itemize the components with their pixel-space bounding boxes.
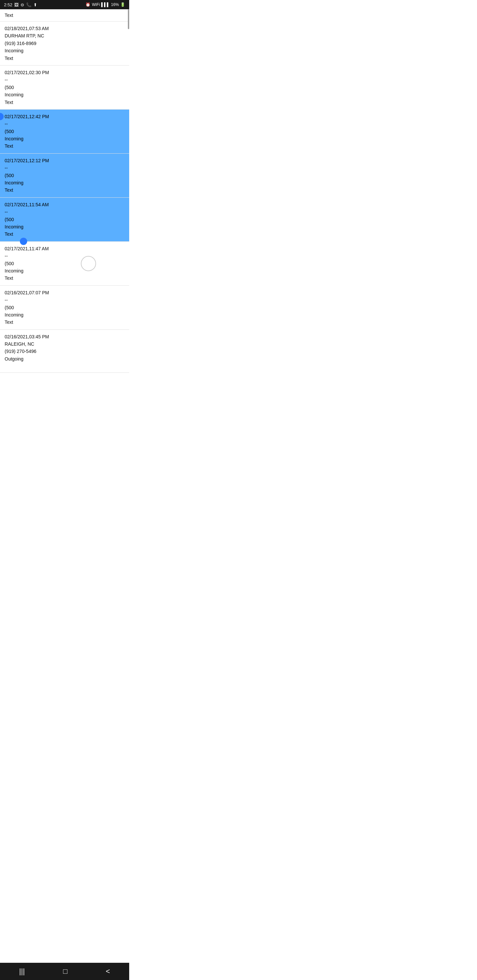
direction-label: Incoming [5, 135, 124, 142]
direction-label: Outgoing [5, 355, 124, 363]
battery-display: 16% [111, 2, 119, 7]
list-item[interactable]: Text [0, 9, 129, 22]
phone-label: (500 [5, 128, 124, 135]
type-label: Text [5, 55, 124, 62]
location-label: DURHAM RTP, NC [5, 32, 124, 40]
direction-label: Incoming [5, 223, 124, 231]
location-label: -- [5, 76, 124, 83]
list-item[interactable]: 02/17/2021,12:42 PM -- (500 Incoming Tex… [0, 110, 129, 154]
time-display: 2:52 [4, 2, 12, 7]
direction-label: Incoming [5, 47, 124, 54]
type-label: Text [5, 186, 124, 194]
direction-label: Incoming [5, 267, 124, 274]
type-label: Text [5, 142, 124, 150]
location-label: RALEIGH, NC [5, 340, 124, 348]
type-label: Text [5, 274, 124, 282]
phone-label: (500 [5, 216, 124, 223]
photo-icon: 🖼 [14, 2, 19, 7]
datetime-label: 02/17/2021,12:12 PM [5, 157, 124, 164]
datetime-label: 02/17/2021,11:54 AM [5, 201, 124, 208]
call-log-list: Text 02/18/2021,07:53 AM DURHAM RTP, NC … [0, 9, 129, 393]
list-item[interactable]: 02/17/2021,12:12 PM -- (500 Incoming Tex… [0, 154, 129, 198]
list-item[interactable]: 02/17/2021,11:47 AM -- (500 Incoming Tex… [0, 242, 129, 286]
circle-outline-indicator [81, 256, 96, 271]
status-bar: 2:52 🖼 ⊖ 📞 ⬆ ⏰ WiFi ▌▌▌ 16% 🔋 [0, 0, 129, 9]
status-left: 2:52 🖼 ⊖ 📞 ⬆ [4, 2, 37, 7]
datetime-label: 02/18/2021,07:53 AM [5, 25, 124, 32]
direction-label: Incoming [5, 91, 124, 98]
phone-label: (919) 316-8969 [5, 40, 124, 47]
phone-label: (500 [5, 304, 124, 311]
list-item[interactable]: 02/17/2021,11:54 AM -- (500 Incoming Tex… [0, 198, 129, 242]
location-label: -- [5, 252, 124, 259]
type-label: Text [5, 231, 124, 238]
direction-label: Incoming [5, 179, 124, 186]
list-item[interactable]: 02/18/2021,07:53 AM DURHAM RTP, NC (919)… [0, 22, 129, 65]
datetime-label: 02/17/2021,02:30 PM [5, 69, 124, 76]
list-item[interactable]: 02/16/2021,03:45 PM RALEIGH, NC (919) 27… [0, 330, 129, 373]
phone-label: (500 [5, 84, 124, 91]
phone-icon: 📞 [26, 2, 32, 7]
list-item[interactable]: 02/16/2021,07:07 PM -- (500 Incoming Tex… [0, 286, 129, 330]
datetime-label: 02/17/2021,12:42 PM [5, 113, 124, 120]
blue-dot-indicator [0, 113, 4, 120]
phone-label: (919) 270-5496 [5, 348, 124, 355]
battery-icon: 🔋 [120, 2, 125, 7]
location-label: -- [5, 164, 124, 172]
location-label: -- [5, 208, 124, 216]
type-label: Text [5, 13, 13, 18]
location-label: -- [5, 296, 124, 304]
minus-icon: ⊖ [21, 2, 24, 7]
datetime-label: 02/16/2021,03:45 PM [5, 333, 124, 340]
upload-icon: ⬆ [34, 2, 37, 7]
location-label: -- [5, 120, 124, 127]
signal-icon: ▌▌▌ [101, 2, 110, 7]
type-label: Text [5, 318, 124, 326]
direction-label: Incoming [5, 311, 124, 318]
phone-label: (500 [5, 172, 124, 179]
alarm-icon: ⏰ [85, 2, 91, 7]
datetime-label: 02/16/2021,07:07 PM [5, 289, 124, 296]
wifi-icon: WiFi [92, 2, 100, 7]
status-right: ⏰ WiFi ▌▌▌ 16% 🔋 [85, 2, 125, 7]
phone-label: (500 [5, 260, 124, 267]
type-label: Text [5, 99, 124, 106]
list-item[interactable]: 02/17/2021,02:30 PM -- (500 Incoming Tex… [0, 65, 129, 110]
datetime-label: 02/17/2021,11:47 AM [5, 245, 124, 252]
